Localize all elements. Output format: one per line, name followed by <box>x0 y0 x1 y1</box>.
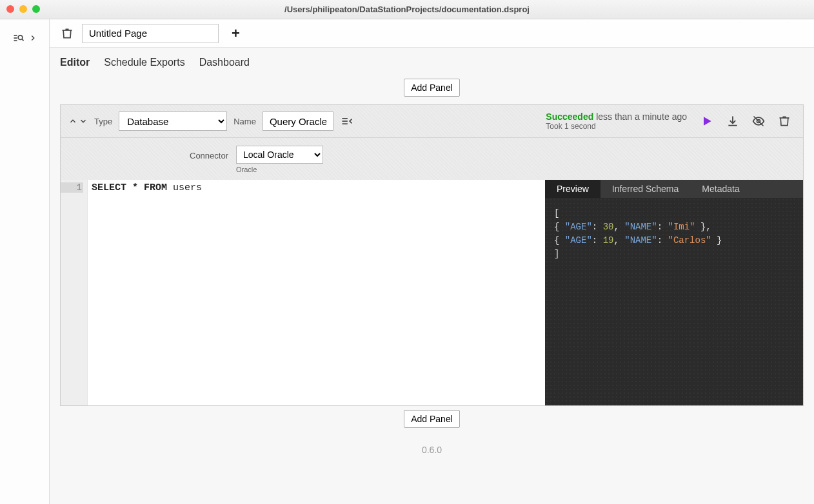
sql-keywords: SELECT * FROM <box>92 182 173 193</box>
collapse-panel-icon[interactable] <box>340 114 354 128</box>
app-version: 0.6.0 <box>50 436 814 464</box>
panel-status: Succeeded less than a minute ago Took 1 … <box>546 111 687 131</box>
result-pane: Preview Inferred Schema Metadata [ { "AG… <box>545 180 803 405</box>
svg-marker-8 <box>704 117 711 125</box>
window-title: /Users/philipeaton/DataStationProjects/d… <box>0 5 814 14</box>
sidebar-expand-icon[interactable] <box>28 31 37 45</box>
editor-code[interactable]: SELECT * FROM users <box>88 180 545 405</box>
result-preview-body[interactable]: [ { "AGE": 30, "NAME": "Imi" }, { "AGE":… <box>545 198 803 405</box>
status-state: Succeeded <box>546 111 593 122</box>
delete-panel-icon[interactable] <box>777 114 791 128</box>
move-panel-up-icon[interactable] <box>68 117 77 126</box>
close-window-button[interactable] <box>6 5 14 13</box>
add-page-button[interactable]: + <box>226 25 245 42</box>
sidebar-search-icon[interactable] <box>12 31 26 45</box>
minimize-window-button[interactable] <box>19 5 27 13</box>
add-panel-button-bottom[interactable]: Add Panel <box>404 410 460 428</box>
tab-editor[interactable]: Editor <box>60 57 90 68</box>
panel-name-input[interactable] <box>263 111 333 131</box>
svg-line-4 <box>22 39 24 41</box>
status-relative-time: less than a minute ago <box>596 111 687 122</box>
connector-vendor: Oracle <box>236 166 323 173</box>
sql-identifier: users <box>173 182 202 193</box>
tab-dashboard[interactable]: Dashboard <box>199 57 250 68</box>
result-tab-bar: Preview Inferred Schema Metadata <box>545 180 803 198</box>
panel-header: Type Database Name Succeeded less th <box>61 105 803 138</box>
line-number: 1 <box>61 182 83 193</box>
result-tab-inferred-schema[interactable]: Inferred Schema <box>601 180 691 198</box>
type-label: Type <box>94 117 112 126</box>
status-duration: Took 1 second <box>546 122 687 131</box>
left-sidebar <box>0 19 50 504</box>
connector-select[interactable]: Local Oracle <box>236 146 323 164</box>
page-tab-bar: + <box>50 19 814 48</box>
hide-results-icon[interactable] <box>751 114 766 128</box>
delete-page-icon[interactable] <box>60 26 74 41</box>
download-results-icon[interactable] <box>726 114 740 128</box>
panel-connector-row: Connector Local Oracle Oracle <box>61 138 803 180</box>
connector-label: Connector <box>190 146 228 160</box>
svg-point-3 <box>18 35 23 40</box>
move-panel-down-icon[interactable] <box>79 117 88 126</box>
sql-editor[interactable]: 1 SELECT * FROM users <box>61 180 545 405</box>
editor-gutter: 1 <box>61 180 88 405</box>
result-tab-preview[interactable]: Preview <box>545 180 601 198</box>
run-panel-icon[interactable] <box>700 114 714 128</box>
tab-schedule-exports[interactable]: Schedule Exports <box>104 57 184 68</box>
traffic-lights <box>6 5 40 13</box>
name-label: Name <box>233 117 256 126</box>
page-title-input[interactable] <box>82 24 219 43</box>
panel-type-select[interactable]: Database <box>119 111 227 131</box>
window-titlebar: /Users/philipeaton/DataStationProjects/d… <box>0 0 814 19</box>
result-tab-metadata[interactable]: Metadata <box>690 180 751 198</box>
sub-nav: Editor Schedule Exports Dashboard <box>50 48 814 75</box>
query-panel: Type Database Name Succeeded less th <box>60 104 804 406</box>
maximize-window-button[interactable] <box>32 5 40 13</box>
add-panel-button-top[interactable]: Add Panel <box>404 79 460 97</box>
